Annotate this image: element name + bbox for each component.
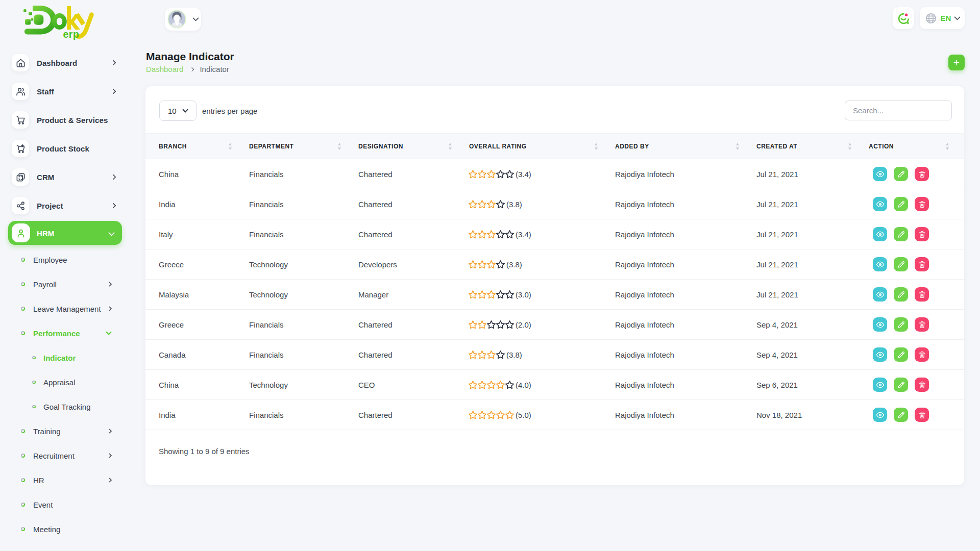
svg-text:erp: erp [63, 29, 80, 40]
